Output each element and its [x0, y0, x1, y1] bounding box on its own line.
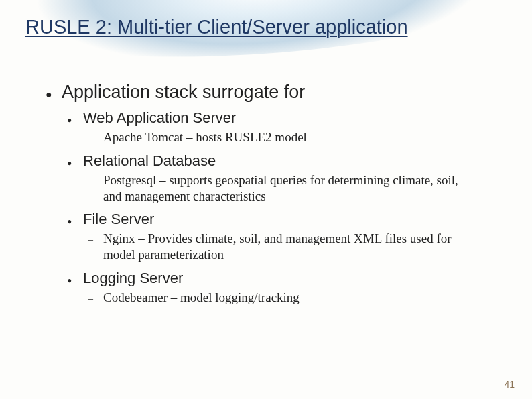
- level2-text: Relational Database: [83, 152, 216, 170]
- level3-item: – Codebeamer – model logging/tracking: [88, 290, 492, 306]
- bullet-dash-icon: –: [88, 133, 103, 144]
- content-area: ● Application stack surrogate for ● Web …: [46, 82, 492, 310]
- bullet-dot-icon: ●: [67, 158, 83, 168]
- level3-text: Apache Tomcat – hosts RUSLE2 model: [103, 129, 307, 146]
- bullet-dot-icon: ●: [67, 115, 83, 125]
- level2-item: ● Logging Server: [67, 270, 492, 287]
- level2-text: Logging Server: [83, 270, 183, 287]
- level3-item: – Nginx – Provides climate, soil, and ma…: [88, 231, 492, 263]
- level2-text: File Server: [83, 211, 154, 228]
- bullet-dash-icon: –: [88, 294, 103, 304]
- slide-title: RUSLE 2: Multi-tier Client/Server applic…: [25, 16, 408, 38]
- level1-text: Application stack surrogate for: [62, 82, 305, 103]
- bullet-dot-icon: ●: [46, 89, 62, 101]
- level3-item: – Apache Tomcat – hosts RUSLE2 model: [88, 129, 492, 146]
- level3-text: Postgresql – supports geospatial queries…: [103, 172, 478, 205]
- level2-item: ● Relational Database: [67, 152, 492, 170]
- bullet-dot-icon: ●: [67, 276, 83, 286]
- level3-item: – Postgresql – supports geospatial queri…: [88, 172, 492, 205]
- bullet-dot-icon: ●: [67, 217, 83, 227]
- level3-text: Codebeamer – model logging/tracking: [103, 290, 300, 306]
- bullet-dash-icon: –: [88, 235, 103, 245]
- page-number: 41: [504, 379, 515, 390]
- level2-text: Web Application Server: [83, 109, 236, 127]
- bullet-dash-icon: –: [88, 176, 103, 187]
- level3-text: Nginx – Provides climate, soil, and mana…: [103, 231, 478, 263]
- level1-item: ● Application stack surrogate for: [46, 82, 492, 103]
- level2-item: ● File Server: [67, 211, 492, 228]
- level2-item: ● Web Application Server: [67, 109, 492, 127]
